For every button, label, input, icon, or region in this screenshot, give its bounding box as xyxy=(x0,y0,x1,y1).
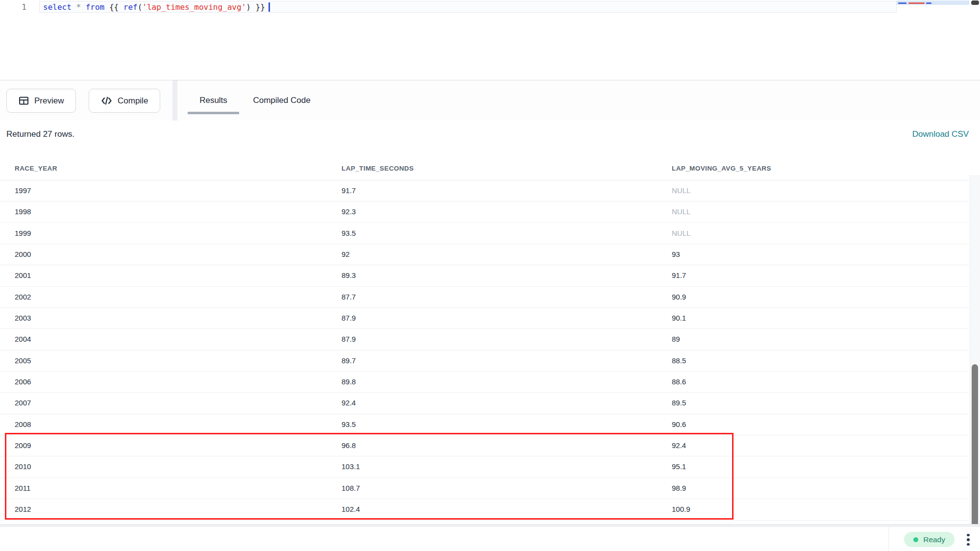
dbt-ide-screen: 1 select * from {{ ref('lap_times_moving… xyxy=(0,0,980,551)
cell-lap-time-seconds: 96.8 xyxy=(342,441,356,450)
cell-race-year: 2010 xyxy=(15,462,31,471)
cell-lap-moving-avg: 100.9 xyxy=(672,505,690,513)
table-row: 2004 87.9 89 xyxy=(0,329,969,350)
cell-lap-time-seconds: 92.3 xyxy=(342,207,356,216)
tab-compiled-code[interactable]: Compiled Code xyxy=(247,80,316,121)
cell-race-year: 2012 xyxy=(15,505,31,513)
results-toolbar: Preview Compile Results Compiled Code xyxy=(0,80,980,121)
table-row: 2012 102.4 100.9 xyxy=(0,499,969,520)
cell-lap-time-seconds: 91.7 xyxy=(342,186,356,195)
minimap-code-mark xyxy=(898,2,906,4)
table-row: 2005 89.7 88.5 xyxy=(0,351,969,372)
ready-status-badge[interactable]: Ready xyxy=(904,532,955,547)
cell-lap-time-seconds: 93.5 xyxy=(342,229,356,237)
table-row: 2001 89.3 91.7 xyxy=(0,265,969,286)
preview-button-label: Preview xyxy=(34,96,64,106)
table-row: 2010 103.1 95.1 xyxy=(0,456,969,477)
cell-race-year: 2008 xyxy=(15,420,31,428)
editor-code-line[interactable]: select * from {{ ref('lap_times_moving_a… xyxy=(43,2,270,12)
cell-lap-moving-avg: 89.5 xyxy=(672,399,686,407)
cell-lap-time-seconds: 108.7 xyxy=(342,484,360,492)
table-row: 1998 92.3 NULL xyxy=(0,201,969,223)
cell-lap-moving-avg: 91.7 xyxy=(672,271,686,279)
table-row: 2002 87.7 90.9 xyxy=(0,287,969,308)
table-row: 2011 108.7 98.9 xyxy=(0,478,969,499)
cell-race-year: 2002 xyxy=(15,293,31,301)
editor-line-number: 1 xyxy=(14,2,26,12)
results-scrollbar-thumb[interactable] xyxy=(972,364,978,551)
cell-lap-moving-avg: 90.6 xyxy=(672,420,686,428)
cell-race-year: 2006 xyxy=(15,377,31,386)
results-scrollbar-track[interactable] xyxy=(970,175,980,526)
cell-lap-moving-avg: 90.9 xyxy=(672,293,686,301)
column-header-lap-time-seconds: LAP_TIME_SECONDS xyxy=(342,165,414,172)
cell-race-year: 2003 xyxy=(15,314,31,322)
download-csv-link[interactable]: Download CSV xyxy=(912,129,969,139)
status-bar-separator xyxy=(888,527,889,551)
cell-lap-time-seconds: 87.9 xyxy=(342,314,356,322)
green-status-dot-icon xyxy=(913,537,918,542)
table-row: 2000 92 93 xyxy=(0,244,969,265)
tab-results[interactable]: Results xyxy=(188,80,239,121)
table-body: 1997 91.7 NULL 1998 92.3 NULL 1999 93.5 … xyxy=(0,180,969,521)
cell-lap-time-seconds: 103.1 xyxy=(342,462,360,471)
sql-editor[interactable]: 1 select * from {{ ref('lap_times_moving… xyxy=(0,0,980,80)
cell-lap-moving-avg: NULL xyxy=(672,229,690,237)
text-cursor xyxy=(269,2,270,12)
code-brackets-icon xyxy=(101,96,112,105)
returned-rows-text: Returned 27 rows. xyxy=(6,129,74,139)
cell-lap-time-seconds: 102.4 xyxy=(342,505,360,513)
cell-race-year: 1999 xyxy=(15,229,31,237)
cell-lap-moving-avg: NULL xyxy=(672,207,690,216)
table-row: 1999 93.5 NULL xyxy=(0,223,969,244)
minimap-code-mark xyxy=(908,2,925,4)
cell-lap-time-seconds: 89.7 xyxy=(342,356,356,365)
cell-lap-moving-avg: 95.1 xyxy=(672,462,686,471)
cell-lap-time-seconds: 89.3 xyxy=(342,271,356,279)
cell-lap-moving-avg: 88.6 xyxy=(672,377,686,386)
cell-lap-time-seconds: 92 xyxy=(342,250,350,258)
compile-button[interactable]: Compile xyxy=(89,89,160,113)
table-row: 2007 92.4 89.5 xyxy=(0,393,969,414)
table-row: 1997 91.7 NULL xyxy=(0,180,969,201)
table-row: 2006 89.8 88.6 xyxy=(0,372,969,393)
table-row: 2009 96.8 92.4 xyxy=(0,435,969,456)
preview-button[interactable]: Preview xyxy=(6,89,76,113)
editor-minimap[interactable] xyxy=(897,0,969,78)
cell-lap-time-seconds: 87.9 xyxy=(342,335,356,343)
cell-lap-moving-avg: 90.1 xyxy=(672,314,686,322)
active-tab-underline xyxy=(188,112,239,114)
kebab-dot-icon xyxy=(967,543,970,546)
cell-lap-time-seconds: 92.4 xyxy=(342,399,356,407)
cell-race-year: 2005 xyxy=(15,356,31,365)
minimap-active-line xyxy=(897,0,969,5)
cell-lap-moving-avg: 88.5 xyxy=(672,356,686,365)
cell-race-year: 2001 xyxy=(15,271,31,279)
cell-lap-moving-avg: 89 xyxy=(672,335,680,343)
kebab-dot-icon xyxy=(967,538,970,541)
table-row: 2008 93.5 90.6 xyxy=(0,414,969,435)
cell-lap-time-seconds: 87.7 xyxy=(342,293,356,301)
cell-race-year: 2011 xyxy=(15,484,30,492)
editor-scrollbar-thumb[interactable] xyxy=(971,0,979,5)
cell-race-year: 2009 xyxy=(15,441,31,450)
kebab-menu-button[interactable] xyxy=(965,532,972,547)
cell-lap-time-seconds: 93.5 xyxy=(342,420,356,428)
kebab-dot-icon xyxy=(967,534,970,537)
cell-race-year: 1997 xyxy=(15,186,31,195)
cell-lap-moving-avg: 98.9 xyxy=(672,484,686,492)
cell-lap-time-seconds: 89.8 xyxy=(342,377,356,386)
compile-button-label: Compile xyxy=(118,96,148,106)
column-header-lap-moving-avg: LAP_MOVING_AVG_5_YEARS xyxy=(672,165,771,172)
table-grid-icon xyxy=(19,96,29,106)
ready-status-label: Ready xyxy=(923,535,945,544)
table-row: 2003 87.9 90.1 xyxy=(0,308,969,329)
minimap-code-mark xyxy=(926,2,931,4)
toolbar-separator xyxy=(172,80,177,121)
cell-race-year: 2004 xyxy=(15,335,31,343)
cell-race-year: 2000 xyxy=(15,250,31,258)
cell-lap-moving-avg: 93 xyxy=(672,250,680,258)
cell-lap-moving-avg: NULL xyxy=(672,186,690,195)
column-header-race-year: RACE_YEAR xyxy=(15,165,57,172)
cell-race-year: 1998 xyxy=(15,207,31,216)
